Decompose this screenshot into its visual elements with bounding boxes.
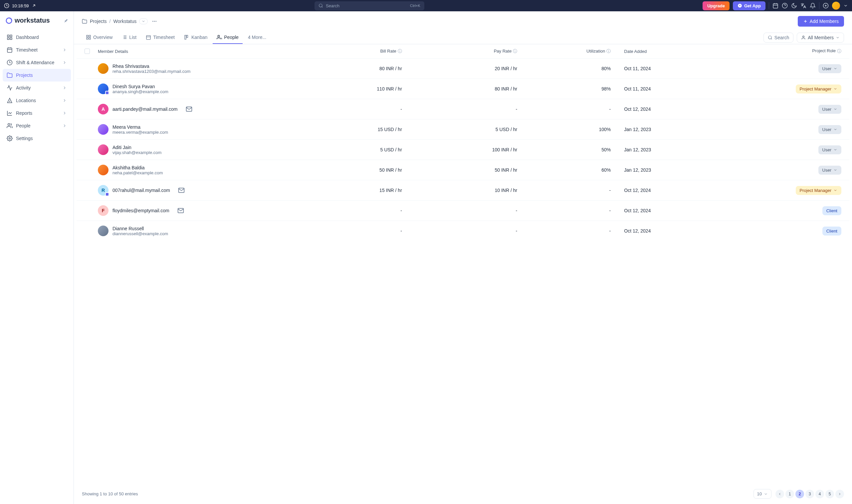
sidebar-item-dashboard[interactable]: Dashboard [3, 31, 71, 43]
member-avatar[interactable]: F [98, 205, 108, 216]
svg-rect-22 [87, 38, 88, 39]
more-icon[interactable] [150, 17, 158, 25]
next-page[interactable] [835, 490, 844, 498]
sidebar-item-locations[interactable]: Locations [3, 94, 71, 107]
user-avatar[interactable] [832, 2, 840, 10]
info-icon[interactable]: ⓘ [837, 48, 841, 54]
page-2[interactable]: 2 [795, 490, 804, 498]
svg-rect-21 [89, 38, 90, 39]
badge-icon [105, 91, 109, 95]
role-select[interactable]: Client [822, 227, 841, 236]
plus-icon[interactable] [823, 3, 829, 8]
sidebar-item-timesheet[interactable]: Timesheet [3, 43, 71, 56]
tab-timesheet[interactable]: Timesheet [142, 31, 179, 44]
table-row[interactable]: Aditi Jainvijay.shah@example.com5 USD / … [76, 139, 849, 160]
role-select[interactable]: User [818, 64, 841, 73]
chevron-down-icon[interactable] [844, 3, 848, 8]
page-size-select[interactable]: 10 [753, 489, 771, 499]
table-row[interactable]: R007rahul@mail.mymail.com15 INR / hr10 I… [76, 180, 849, 200]
table-row[interactable]: Dianne Russelldiannerussell@example.com-… [76, 220, 849, 241]
calendar-icon[interactable] [773, 3, 778, 8]
pin-icon[interactable] [64, 18, 68, 23]
sidebar-item-projects[interactable]: Projects [3, 69, 71, 82]
col-pay[interactable]: Pay Rateⓘ [409, 48, 524, 54]
page-4[interactable]: 4 [815, 490, 824, 498]
col-util[interactable]: Utilizationⓘ [524, 48, 617, 54]
chevron-right-icon [62, 111, 67, 115]
col-role[interactable]: Project Roleⓘ [733, 48, 841, 54]
table-row[interactable]: Ffloydmiles@emptymail.com---Oct 12, 2024… [76, 200, 849, 220]
svg-point-14 [8, 123, 10, 125]
sidebar-item-reports[interactable]: Reports [3, 107, 71, 120]
get-app-button[interactable]: Get App [733, 1, 765, 10]
tab--more-[interactable]: 4 More... [244, 31, 270, 44]
expand-icon[interactable] [32, 3, 36, 8]
table-row[interactable]: Aaarti.pandey@mail.mymail.com---Oct 12, … [76, 99, 849, 119]
member-avatar[interactable]: R [98, 185, 108, 196]
global-search[interactable]: Search Ctrl+K [315, 1, 424, 10]
bill-rate: 15 USD / hr [293, 127, 408, 132]
filter-members[interactable]: All Members [797, 33, 844, 42]
breadcrumb-dropdown[interactable] [139, 18, 148, 24]
col-bill[interactable]: Bill Rateⓘ [293, 48, 408, 54]
prev-page[interactable] [776, 490, 784, 498]
sidebar-item-shift-attendance[interactable]: Shift & Attendance [3, 56, 71, 69]
breadcrumb-root[interactable]: Projects [90, 19, 107, 24]
tab-list[interactable]: List [118, 31, 140, 44]
table-row[interactable]: Dinesh Surya Pavanananya.singh@example.c… [76, 78, 849, 99]
sidebar-item-people[interactable]: People [3, 120, 71, 132]
bill-rate: 15 INR / hr [293, 187, 408, 193]
translate-icon[interactable] [800, 3, 806, 8]
tab-overview[interactable]: Overview [82, 31, 117, 44]
table-row[interactable]: Akshitha Baldianeha.patel@example.com50 … [76, 160, 849, 180]
role-select[interactable]: User [818, 105, 841, 114]
table-row[interactable]: Meera Vermameera.verma@example.com15 USD… [76, 119, 849, 139]
timer-display[interactable]: 10:18:59 [4, 3, 36, 8]
tab-people[interactable]: People [213, 31, 243, 44]
role-select[interactable]: User [818, 145, 841, 155]
breadcrumb-current[interactable]: Workstatus [113, 19, 137, 24]
member-avatar[interactable] [98, 84, 108, 94]
search-members[interactable]: Search [763, 33, 794, 42]
table-row[interactable]: Rhea Shrivastavareha.shrivastava1203@mai… [76, 58, 849, 78]
member-email: vijay.shah@example.com [112, 150, 161, 155]
add-members-button[interactable]: Add Members [798, 16, 844, 26]
role-select[interactable]: Project Manager [796, 186, 841, 195]
date-added: Jan 12, 2023 [617, 127, 732, 132]
bell-icon[interactable] [810, 3, 816, 8]
logo-icon [5, 17, 13, 24]
role-select[interactable]: Project Manager [796, 85, 841, 93]
sidebar-item-settings[interactable]: Settings [3, 132, 71, 145]
mail-icon[interactable] [177, 207, 184, 214]
col-date[interactable]: Date Added [617, 49, 732, 54]
tab-kanban[interactable]: Kanban [180, 31, 211, 44]
role-select[interactable]: User [818, 125, 841, 134]
upgrade-button[interactable]: Upgrade [703, 1, 729, 10]
moon-icon[interactable] [791, 3, 797, 8]
member-avatar[interactable] [98, 144, 108, 155]
member-avatar[interactable] [98, 165, 108, 175]
page-3[interactable]: 3 [805, 490, 814, 498]
page-1[interactable]: 1 [785, 490, 794, 498]
member-avatar[interactable] [98, 226, 108, 236]
member-avatar[interactable]: A [98, 104, 108, 114]
page-5[interactable]: 5 [826, 490, 834, 498]
mail-icon[interactable] [178, 187, 185, 194]
logo[interactable]: workstatus [3, 17, 71, 30]
info-icon[interactable]: ⓘ [513, 49, 517, 54]
col-member[interactable]: Member Details [98, 49, 293, 54]
svg-point-26 [218, 35, 220, 37]
mail-icon[interactable] [186, 106, 192, 112]
chevron-right-icon [62, 48, 67, 52]
info-icon[interactable]: ⓘ [398, 49, 402, 54]
sidebar-item-activity[interactable]: Activity [3, 82, 71, 94]
select-all-checkbox[interactable] [85, 49, 90, 54]
nav-icon [7, 34, 13, 40]
role-select[interactable]: User [818, 166, 841, 175]
member-avatar[interactable] [98, 63, 108, 74]
member-avatar[interactable] [98, 124, 108, 135]
pay-rate: 80 INR / hr [409, 86, 524, 91]
info-icon[interactable]: ⓘ [606, 49, 611, 54]
role-select[interactable]: Client [822, 206, 841, 215]
help-icon[interactable] [782, 3, 788, 8]
